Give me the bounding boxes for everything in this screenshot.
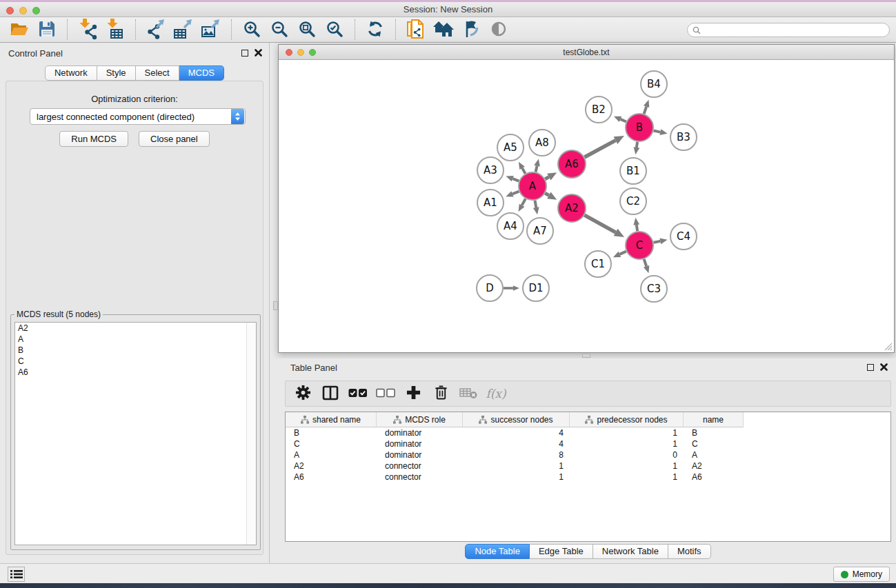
edge-C-C3[interactable]	[644, 259, 646, 266]
select-all-button[interactable]	[349, 384, 367, 403]
graph-node-D[interactable]: D	[477, 275, 503, 301]
import-network-button[interactable]	[74, 18, 101, 41]
export-table-button[interactable]	[170, 18, 197, 41]
graph-node-D1[interactable]: D1	[523, 275, 549, 301]
zoom-fit-button[interactable]	[293, 18, 321, 41]
memory-button[interactable]: Memory	[833, 567, 890, 582]
graph-node-A8[interactable]: A8	[529, 130, 555, 156]
table-row[interactable]: Cdominator41C	[286, 438, 890, 449]
tab-node-table[interactable]: Node Table	[465, 544, 530, 559]
edge-B-B1[interactable]	[637, 142, 637, 148]
graph-node-B4[interactable]: B4	[641, 71, 667, 97]
graph-node-A5[interactable]: A5	[497, 134, 524, 161]
settings-gear-button[interactable]	[294, 384, 312, 403]
criterion-dropdown[interactable]: largest connected component (directed)	[30, 108, 246, 125]
refresh-layout-button[interactable]	[361, 18, 389, 41]
run-mcds-button[interactable]: Run MCDS	[59, 131, 128, 147]
graph-node-A2[interactable]: A2	[558, 194, 586, 222]
tab-edge-table[interactable]: Edge Table	[530, 544, 593, 559]
tab-mcds[interactable]: MCDS	[179, 65, 224, 81]
close-window-button[interactable]	[6, 7, 14, 14]
table-float-panel-icon[interactable]	[867, 364, 874, 371]
tab-network[interactable]: Network	[45, 65, 97, 81]
edge-A-A1[interactable]	[512, 192, 519, 194]
graph-node-C1[interactable]: C1	[585, 251, 611, 277]
resize-grip-icon[interactable]	[884, 342, 893, 351]
edge-A2-C[interactable]	[584, 215, 615, 232]
table-row[interactable]: A2connector11A2	[286, 460, 890, 472]
minimize-window-button[interactable]	[19, 7, 27, 14]
split-columns-button[interactable]	[321, 384, 339, 403]
import-table-button[interactable]	[101, 18, 129, 41]
flag-toggle-button[interactable]	[457, 18, 485, 41]
edge-A-A4[interactable]	[522, 199, 526, 205]
tab-motifs[interactable]: Motifs	[668, 544, 711, 559]
network-minimize-button[interactable]	[297, 49, 304, 56]
edge-A-A6[interactable]	[545, 177, 549, 179]
edge-A-A8[interactable]	[536, 166, 537, 172]
close-panel-icon[interactable]	[255, 49, 262, 57]
column-header-successor-nodes[interactable]: successor nodes	[463, 412, 570, 427]
edge-A-A2[interactable]	[545, 193, 549, 195]
edge-A-A7[interactable]	[535, 201, 537, 207]
edge-A-A3[interactable]	[512, 179, 519, 181]
graph-node-A7[interactable]: A7	[527, 218, 553, 244]
horizontal-splitter-handle[interactable]	[582, 354, 590, 358]
show-hide-button[interactable]	[485, 18, 512, 41]
edge-C-C2[interactable]	[637, 225, 637, 231]
panel-splitter-handle[interactable]	[273, 301, 278, 310]
task-history-button[interactable]	[8, 567, 25, 582]
export-image-button[interactable]	[197, 18, 225, 41]
export-network-button[interactable]	[142, 18, 170, 41]
maximize-window-button[interactable]	[32, 7, 40, 14]
graph-node-C4[interactable]: C4	[670, 223, 697, 250]
graph-node-C[interactable]: C	[626, 232, 653, 259]
edge-B-B3[interactable]	[654, 130, 661, 132]
zoom-out-button[interactable]	[266, 18, 293, 41]
tab-network-table[interactable]: Network Table	[593, 544, 668, 559]
mcds-list-scrollbar[interactable]	[246, 323, 256, 545]
mcds-result-item[interactable]: A2	[15, 323, 256, 334]
delete-column-button[interactable]	[432, 384, 450, 403]
graph-node-B1[interactable]: B1	[620, 158, 646, 184]
table-row[interactable]: A6connector11A6	[286, 472, 890, 483]
graph-node-A6[interactable]: A6	[558, 150, 586, 178]
network-maximize-button[interactable]	[309, 49, 316, 56]
graph-node-C2[interactable]: C2	[620, 188, 646, 214]
edge-A6-B[interactable]	[584, 141, 615, 157]
network-close-button[interactable]	[286, 49, 292, 56]
graph-node-A4[interactable]: A4	[497, 213, 524, 239]
float-panel-icon[interactable]	[241, 50, 248, 57]
mcds-result-item[interactable]: A	[15, 334, 256, 345]
column-header-shared-name[interactable]: shared name	[286, 412, 377, 427]
network-canvas[interactable]: B4B2BB3B1A5A8A6A3AA1C2A2A4A7CC4C1C3DD1	[279, 60, 894, 352]
zoom-in-button[interactable]	[238, 18, 266, 41]
column-header-name[interactable]: name	[684, 412, 744, 427]
edge-B-B2[interactable]	[620, 119, 626, 122]
graph-node-B2[interactable]: B2	[586, 97, 612, 123]
close-panel-button[interactable]: Close panel	[139, 131, 210, 147]
column-header-predecessor-nodes[interactable]: predecessor nodes	[570, 412, 684, 427]
open-file-button[interactable]	[6, 18, 33, 41]
mcds-result-item[interactable]: B	[15, 345, 256, 356]
home-view-button[interactable]	[430, 18, 457, 41]
deselect-all-button[interactable]	[377, 384, 395, 403]
tab-select[interactable]: Select	[136, 65, 179, 81]
save-session-button[interactable]	[33, 18, 61, 41]
column-header-MCDS-role[interactable]: MCDS role	[377, 412, 463, 427]
graph-node-C3[interactable]: C3	[641, 276, 667, 302]
table-close-panel-icon[interactable]	[880, 363, 888, 371]
mcds-result-item[interactable]: A6	[15, 367, 256, 378]
graph-node-A[interactable]: A	[519, 172, 546, 200]
table-row[interactable]: Adominator80A	[286, 449, 890, 460]
edge-C-C4[interactable]	[654, 241, 661, 243]
edge-B-B4[interactable]	[644, 107, 646, 114]
add-column-button[interactable]	[404, 384, 422, 403]
edge-C-C1[interactable]	[619, 252, 626, 254]
graph-node-B[interactable]: B	[626, 114, 653, 141]
tab-style[interactable]: Style	[97, 65, 136, 81]
clone-network-button[interactable]	[402, 18, 430, 41]
graph-node-B3[interactable]: B3	[670, 124, 697, 150]
mcds-result-item[interactable]: C	[15, 356, 256, 367]
zoom-selected-button[interactable]	[321, 18, 348, 41]
